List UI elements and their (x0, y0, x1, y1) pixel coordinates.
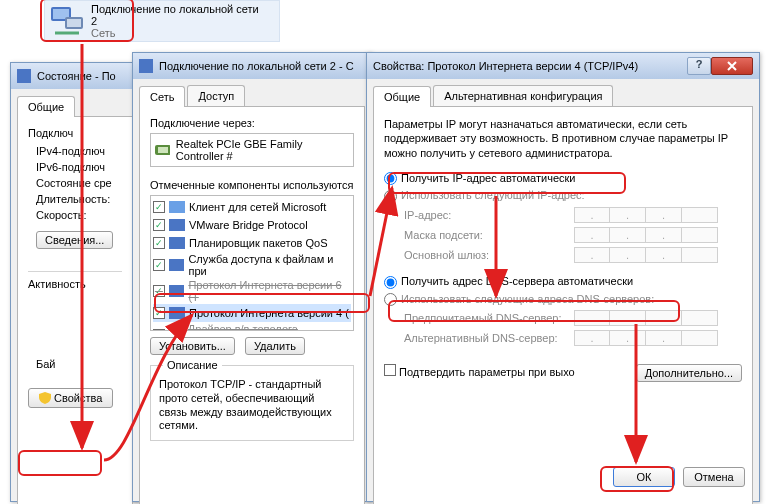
description-title: Описание (163, 359, 222, 371)
mask-label: Маска подсети: (404, 229, 574, 241)
ipv6-icon (169, 283, 185, 299)
ipv4-icon (169, 305, 185, 321)
tab-alt-config[interactable]: Альтернативная конфигурация (433, 85, 613, 106)
conn-props-titlebar[interactable]: Подключение по локальной сети 2 - С (133, 53, 371, 79)
status-window: Состояние - По Общие Подключ IPv4-подклю… (10, 62, 140, 502)
connection-shortcut-label: Подключение по локальной сети 2 Сеть (91, 3, 259, 39)
dns-pref-input: ... (574, 310, 742, 326)
checkbox-checked-icon: ✓ (153, 259, 165, 271)
bridge-icon (169, 217, 185, 233)
svg-rect-14 (169, 329, 184, 331)
adapter-name: Realtek PCIe GBE Family Controller # (176, 138, 349, 162)
client-icon (169, 199, 185, 215)
checkbox-checked-icon: ✓ (153, 307, 165, 319)
description-text: Протокол TCP/IP - стандартный прото сете… (159, 378, 345, 433)
ipv4-label: IPv4-подключ (36, 145, 122, 157)
activity-title: Активность (28, 278, 122, 290)
properties-button[interactable]: Свойства (28, 388, 113, 408)
svg-rect-3 (67, 19, 81, 27)
status-titlebar[interactable]: Состояние - По (11, 63, 139, 89)
section-connection: Подключ (28, 127, 122, 139)
tab-general[interactable]: Общие (17, 96, 75, 117)
advanced-button[interactable]: Дополнительно... (636, 364, 742, 382)
checkbox-checked-icon: ✓ (153, 201, 165, 213)
connect-via-label: Подключение через: (150, 117, 354, 129)
tab-general[interactable]: Общие (373, 86, 431, 107)
svg-rect-11 (169, 259, 185, 271)
components-label: Отмеченные компоненты используются (150, 179, 354, 191)
remove-button[interactable]: Удалить (245, 337, 305, 355)
dns-pref-label: Предпочитаемый DNS-сервер: (404, 312, 574, 324)
status-title: Состояние - По (37, 70, 116, 82)
window-icon (17, 69, 31, 83)
list-item-ipv4[interactable]: ✓Протокол Интернета версии 4 ( (153, 304, 351, 322)
speed-label: Скорость: (36, 209, 122, 221)
dns-alt-input: ... (574, 330, 742, 346)
validate-checkbox[interactable]: Подтвердить параметры при выхо Дополните… (384, 364, 742, 378)
radio-ip-auto[interactable]: Получить IP-адрес автоматически (384, 172, 742, 186)
list-item[interactable]: ✓Планировщик пакетов QoS (153, 234, 351, 252)
cancel-button[interactable]: Отмена (683, 467, 745, 487)
ipv4-title: Свойства: Протокол Интернета версии 4 (T… (373, 60, 638, 72)
adapter-icon (155, 142, 170, 158)
list-item[interactable]: ✓VMware Bridge Protocol (153, 216, 351, 234)
dns-alt-label: Альтернативный DNS-сервер: (404, 332, 574, 344)
gateway-label: Основной шлюз: (404, 249, 574, 261)
ip-address-label: IP-адрес: (404, 209, 574, 221)
checkbox-checked-icon: ✓ (153, 219, 165, 231)
ok-button[interactable]: ОК (613, 467, 675, 487)
list-item[interactable]: ✓Драйвер в/в тополога канального (153, 322, 351, 331)
duration-label: Длительность: (36, 193, 122, 205)
ip-address-input: ... (574, 207, 742, 223)
bytes-label: Бай (36, 358, 122, 370)
ipv4-properties-window: Свойства: Протокол Интернета версии 4 (T… (366, 52, 760, 502)
mask-input: ... (574, 227, 742, 243)
svg-rect-4 (17, 69, 31, 83)
list-item[interactable]: ✓Протокол Интернета версии 6 (T (153, 278, 351, 304)
svg-rect-12 (169, 285, 185, 297)
tab-access[interactable]: Доступ (187, 85, 245, 106)
qos-icon (169, 235, 185, 251)
connection-shortcut[interactable]: Подключение по локальной сети 2 Сеть (44, 0, 280, 42)
conn-props-title: Подключение по локальной сети 2 - С (159, 60, 354, 72)
help-button[interactable]: ? (687, 57, 711, 75)
close-icon (727, 61, 737, 71)
window-icon (139, 59, 153, 73)
svg-rect-7 (158, 147, 168, 153)
gateway-input: ... (574, 247, 742, 263)
lan-icon (49, 3, 85, 39)
radio-dns-auto[interactable]: Получить адрес DNS-сервера автоматически (384, 275, 742, 289)
ipv4-titlebar[interactable]: Свойства: Протокол Интернета версии 4 (T… (367, 53, 759, 79)
close-button[interactable] (711, 57, 753, 75)
share-icon (169, 257, 185, 273)
checkbox-checked-icon: ✓ (153, 285, 165, 297)
tab-network[interactable]: Сеть (139, 86, 185, 107)
details-button[interactable]: Сведения... (36, 231, 113, 249)
list-item[interactable]: ✓Клиент для сетей Microsoft (153, 198, 351, 216)
checkbox-checked-icon: ✓ (153, 329, 165, 331)
radio-dns-manual[interactable]: Использовать следующие адреса DNS-сервер… (384, 293, 742, 307)
checkbox-unchecked-icon (384, 364, 396, 376)
radio-ip-manual[interactable]: Использовать следующий IP-адрес: (384, 189, 742, 203)
list-item[interactable]: ✓Служба доступа к файлам и при (153, 252, 351, 278)
checkbox-checked-icon: ✓ (153, 237, 165, 249)
svg-rect-10 (169, 237, 185, 249)
connection-properties-window: Подключение по локальной сети 2 - С Сеть… (132, 52, 372, 502)
ipv6-label: IPv6-подключ (36, 161, 122, 173)
svg-rect-8 (169, 201, 185, 213)
driver-icon (169, 327, 184, 331)
svg-rect-5 (139, 59, 153, 73)
media-state-label: Состояние сре (36, 177, 122, 189)
install-button[interactable]: Установить... (150, 337, 235, 355)
svg-rect-13 (169, 307, 185, 319)
shield-icon (39, 392, 51, 404)
svg-rect-9 (169, 219, 185, 231)
intro-text: Параметры IP могут назначаться автоматич… (384, 117, 742, 160)
